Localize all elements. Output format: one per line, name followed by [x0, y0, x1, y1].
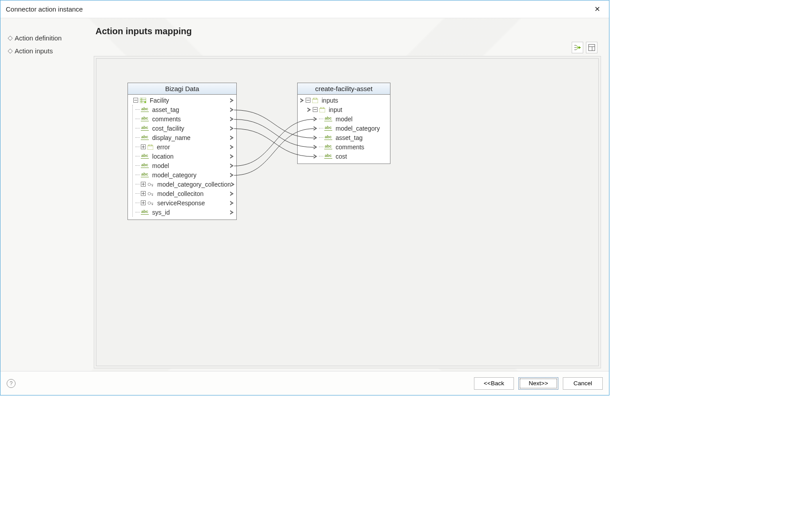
- collapse-icon[interactable]: [306, 98, 310, 103]
- tree-node[interactable]: error: [135, 142, 234, 152]
- output-port-icon[interactable]: [230, 192, 234, 196]
- expand-icon[interactable]: [141, 200, 146, 205]
- output-port-icon[interactable]: [230, 164, 234, 168]
- output-port-icon[interactable]: [231, 182, 235, 187]
- node-label: model: [334, 116, 353, 123]
- node-label: comments: [334, 144, 365, 151]
- tree-node[interactable]: abclocation: [135, 152, 234, 161]
- close-icon[interactable]: ✕: [590, 5, 604, 13]
- tree-node[interactable]: serviceResponse: [135, 198, 234, 208]
- input-port-icon[interactable]: [314, 145, 317, 149]
- sidebar-item-label: Action inputs: [15, 47, 53, 55]
- string-type-icon: abc: [141, 172, 149, 177]
- tree-node[interactable]: abcdisplay_name: [135, 133, 234, 142]
- tree-node[interactable]: abcmodel: [135, 161, 234, 170]
- svg-rect-27: [314, 98, 317, 99]
- string-type-icon: abc: [141, 163, 149, 168]
- tree-node[interactable]: abcasset_tag: [135, 105, 234, 114]
- input-port-icon[interactable]: [314, 136, 317, 140]
- titlebar: Connector action instance ✕: [0, 0, 609, 18]
- target-panel: create-facility-asset inputs: [297, 83, 390, 164]
- diamond-icon: [8, 36, 12, 40]
- tree-node-input[interactable]: input: [307, 105, 387, 114]
- output-port-icon[interactable]: [230, 210, 234, 215]
- svg-point-17: [148, 183, 151, 186]
- auto-map-button[interactable]: [572, 42, 583, 53]
- tree-node[interactable]: abccost_facility: [135, 124, 234, 133]
- svg-point-25: [152, 204, 153, 205]
- collapse-icon[interactable]: [133, 98, 138, 103]
- input-port-icon[interactable]: [314, 117, 317, 121]
- sidebar-item-action-definition[interactable]: Action definition: [8, 32, 89, 44]
- back-button[interactable]: <<Back: [474, 377, 514, 390]
- input-port-icon[interactable]: [314, 126, 317, 131]
- sidebar-item-action-inputs[interactable]: Action inputs: [8, 44, 89, 57]
- output-port-icon[interactable]: [230, 145, 234, 149]
- output-port-icon[interactable]: [230, 126, 234, 131]
- output-port-icon[interactable]: [230, 98, 234, 103]
- expand-icon[interactable]: [141, 182, 146, 187]
- mapping-canvas[interactable]: Bizagi Data Facility ab: [96, 58, 599, 366]
- svg-line-5: [576, 48, 579, 50]
- input-port-icon[interactable]: [307, 108, 311, 112]
- tree-node[interactable]: abcsys_id: [135, 208, 234, 217]
- window-title: Connector action instance: [6, 5, 83, 13]
- tree-node[interactable]: abccost: [314, 152, 387, 161]
- wizard-sidebar: Action definition Action inputs: [0, 18, 94, 371]
- svg-rect-28: [319, 108, 325, 112]
- tree-node[interactable]: model_category_collection: [135, 180, 234, 189]
- node-label: comments: [151, 116, 181, 123]
- tree-node[interactable]: abcasset_tag: [314, 133, 387, 142]
- mapping-canvas-frame: Bizagi Data Facility ab: [94, 56, 601, 368]
- source-panel: Bizagi Data Facility ab: [127, 83, 237, 220]
- tree-node[interactable]: abccomments: [135, 114, 234, 124]
- diamond-icon: [8, 48, 12, 53]
- collection-icon: [147, 200, 154, 206]
- target-panel-title: create-facility-asset: [298, 83, 390, 95]
- node-label: model_category: [151, 172, 197, 179]
- node-label: display_name: [151, 134, 191, 141]
- string-type-icon: abc: [141, 107, 149, 112]
- tree-node[interactable]: abccomments: [314, 142, 387, 152]
- output-port-icon[interactable]: [230, 117, 234, 121]
- tree-node[interactable]: abcmodel_category: [314, 124, 387, 133]
- next-button[interactable]: Next>>: [518, 377, 558, 390]
- tree-node[interactable]: abcmodel: [314, 114, 387, 124]
- tree-node[interactable]: model_colleciton: [135, 189, 234, 198]
- tree-node-inputs[interactable]: inputs: [300, 96, 387, 105]
- expand-icon[interactable]: [141, 191, 146, 196]
- node-label: inputs: [320, 97, 338, 104]
- node-label: location: [151, 153, 174, 160]
- layout-button[interactable]: [586, 42, 597, 53]
- cancel-button[interactable]: Cancel: [563, 377, 603, 390]
- string-type-icon: abc: [324, 154, 332, 159]
- output-port-icon[interactable]: [230, 201, 234, 205]
- input-port-icon[interactable]: [314, 154, 317, 159]
- string-type-icon: abc: [141, 135, 149, 140]
- node-label: model: [151, 162, 169, 169]
- node-label: cost_facility: [151, 125, 184, 132]
- svg-point-20: [148, 192, 151, 195]
- source-panel-title: Bizagi Data: [128, 83, 236, 95]
- package-icon: [147, 144, 153, 150]
- output-port-icon[interactable]: [230, 173, 234, 177]
- tree-node[interactable]: abcmodel_category: [135, 170, 234, 180]
- string-type-icon: abc: [141, 126, 149, 131]
- svg-marker-6: [579, 46, 581, 49]
- main-area: Action inputs mapping: [94, 18, 609, 371]
- help-icon[interactable]: ?: [7, 379, 16, 388]
- string-type-icon: abc: [324, 135, 332, 140]
- target-tree: inputs input abcmodelabcmodel_category: [298, 95, 390, 164]
- svg-point-22: [152, 194, 153, 196]
- node-label: cost: [334, 153, 347, 160]
- tree-node-facility[interactable]: Facility: [133, 96, 234, 105]
- dialog-body: Action definition Action inputs Action i…: [0, 18, 609, 371]
- collapse-icon[interactable]: [313, 107, 318, 112]
- collection-icon: [147, 182, 154, 187]
- output-port-icon[interactable]: [230, 108, 234, 112]
- output-port-icon[interactable]: [230, 154, 234, 159]
- expand-icon[interactable]: [141, 144, 146, 149]
- input-port-icon[interactable]: [300, 98, 304, 103]
- output-port-icon[interactable]: [230, 136, 234, 140]
- node-label: sys_id: [151, 209, 170, 216]
